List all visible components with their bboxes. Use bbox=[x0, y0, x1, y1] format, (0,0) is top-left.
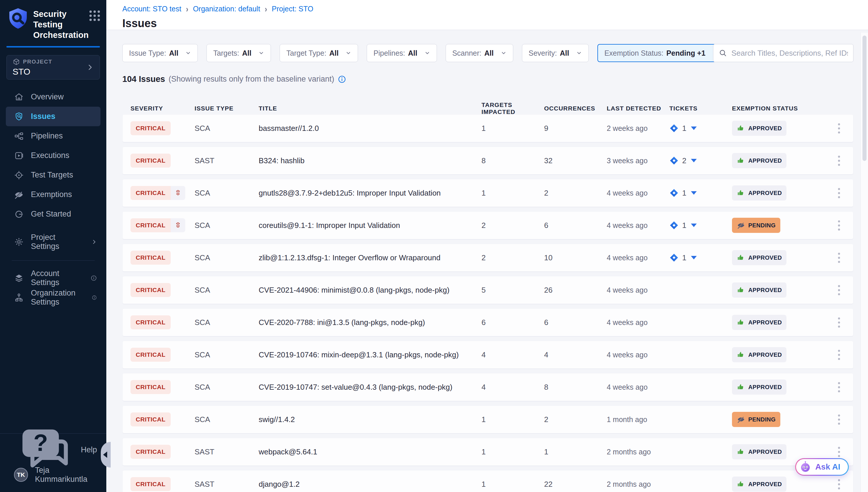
severity-label: CRITICAL bbox=[131, 283, 171, 297]
sidebar-item-organization-settings[interactable]: Organization Settings bbox=[6, 288, 101, 307]
row-menu-button[interactable] bbox=[833, 184, 845, 202]
breadcrumb-account-link[interactable]: Account: STO test bbox=[122, 5, 181, 13]
scrollbar-thumb[interactable] bbox=[863, 35, 867, 161]
eye-off-icon bbox=[14, 190, 24, 200]
ticket-caret-icon[interactable] bbox=[691, 256, 697, 260]
occurrences: 8 bbox=[544, 383, 607, 392]
sidebar-item-get-started[interactable]: Get Started bbox=[6, 204, 101, 224]
table-row[interactable]: CRITICAL SCA CVE-2020-7788: ini@1.3.5 (l… bbox=[122, 309, 853, 336]
exemption-status-label: APPROVED bbox=[748, 481, 782, 488]
ask-ai-button[interactable]: Ask AI bbox=[795, 458, 849, 476]
severity-label: CRITICAL bbox=[131, 121, 171, 135]
table-row[interactable]: CRITICAL SCA CVE-2021-44906: minimist@0.… bbox=[122, 276, 853, 304]
row-menu-button[interactable] bbox=[833, 119, 845, 138]
severity-badge: CRITICAL bbox=[131, 283, 171, 297]
issue-title[interactable]: CVE-2019-10746: mixin-deep@1.3.1 (lang-p… bbox=[259, 350, 481, 360]
exemption-status-badge: APPROVED bbox=[732, 153, 786, 168]
table-row[interactable]: CRITICAL SCA bassmaster//1.2.0 1 9 2 wee… bbox=[122, 114, 853, 142]
col-title: TITLE bbox=[259, 105, 481, 112]
row-menu-button[interactable] bbox=[833, 346, 845, 364]
filter-target-type[interactable]: Target Type: All bbox=[280, 44, 358, 62]
filter-exemption-status[interactable]: Exemption Status: Pending +1 bbox=[598, 44, 725, 62]
col-tickets: TICKETS bbox=[669, 105, 732, 112]
table-row[interactable]: CRITICAL SCA gnutls28@3.7.9-2+deb12u5: I… bbox=[122, 179, 853, 207]
exemption-status-badge: APPROVED bbox=[732, 250, 786, 265]
issues-count-note: (Showing results only from the baseline … bbox=[169, 75, 334, 84]
issue-type: SCA bbox=[194, 415, 259, 424]
issue-title[interactable]: coreutils@9.1-1: Improper Input Validati… bbox=[259, 221, 481, 230]
occurrences: 9 bbox=[544, 124, 607, 133]
search-input[interactable] bbox=[731, 49, 848, 58]
filter-targets[interactable]: Targets: All bbox=[207, 44, 271, 62]
table-row[interactable]: CRITICAL SCA coreutils@9.1-1: Improper I… bbox=[122, 211, 853, 239]
sidebar-item-executions[interactable]: Executions bbox=[6, 146, 101, 165]
scrollbar-track[interactable] bbox=[861, 33, 868, 492]
table-row[interactable]: CRITICAL SCA zlib@1:1.2.13.dfsg-1: Integ… bbox=[122, 244, 853, 272]
thumbs-up-icon bbox=[737, 124, 745, 132]
sidebar-item-overview[interactable]: Overview bbox=[6, 87, 101, 107]
targets-impacted: 4 bbox=[481, 383, 544, 392]
row-menu-button[interactable] bbox=[833, 249, 845, 267]
severity-label: CRITICAL bbox=[131, 315, 171, 329]
filter-severity[interactable]: Severity: All bbox=[522, 44, 589, 62]
table-row[interactable]: CRITICAL SCA CVE-2019-10746: mixin-deep@… bbox=[122, 341, 853, 369]
shield-search-icon bbox=[14, 112, 24, 122]
page-title: Issues bbox=[122, 17, 868, 30]
sidebar-item-pipelines[interactable]: Pipelines bbox=[6, 126, 101, 146]
issue-title[interactable]: gnutls28@3.7.9-2+deb12u5: Improper Input… bbox=[259, 189, 481, 198]
row-menu-button[interactable] bbox=[833, 152, 845, 170]
row-menu-button[interactable] bbox=[833, 410, 845, 429]
row-menu-button[interactable] bbox=[833, 378, 845, 396]
last-detected: 2 months ago bbox=[607, 448, 669, 456]
issues-content: Issue Type: All Targets: All Target Type… bbox=[106, 30, 868, 492]
sidebar-item-account-settings[interactable]: Account Settings bbox=[6, 268, 101, 288]
exemption-status-label: APPROVED bbox=[748, 125, 782, 132]
project-selector[interactable]: PROJECT STO bbox=[6, 55, 100, 79]
issue-title[interactable]: zlib@1:1.2.13.dfsg-1: Integer Overflow o… bbox=[259, 253, 481, 262]
help-button[interactable]: ? Help bbox=[6, 440, 101, 460]
last-detected: 3 weeks ago bbox=[607, 156, 669, 165]
breadcrumb-project-link[interactable]: Project: STO bbox=[272, 5, 313, 13]
row-menu-button[interactable] bbox=[833, 281, 845, 299]
issue-title[interactable]: bassmaster//1.2.0 bbox=[259, 124, 481, 133]
user-menu[interactable]: TK Teja Kummarikuntla bbox=[6, 465, 101, 485]
sidebar-item-test-targets[interactable]: Test Targets bbox=[6, 165, 101, 185]
ticket-caret-icon[interactable] bbox=[691, 191, 697, 195]
row-menu-button[interactable] bbox=[833, 216, 845, 235]
ticket-caret-icon[interactable] bbox=[691, 126, 697, 130]
filter-pipelines[interactable]: Pipelines: All bbox=[367, 44, 437, 62]
sidebar-item-issues[interactable]: Issues bbox=[6, 107, 101, 126]
issue-type: SAST bbox=[194, 480, 259, 489]
sidebar-item-exemptions[interactable]: Exemptions bbox=[6, 185, 101, 204]
row-menu-button[interactable] bbox=[833, 313, 845, 332]
table-row[interactable]: CRITICAL SAST B324: hashlib 8 32 3 weeks… bbox=[122, 147, 853, 175]
issue-title[interactable]: swig//1.4.2 bbox=[259, 415, 481, 424]
table-row[interactable]: CRITICAL SAST webpack@5.64.1 1 1 2 month… bbox=[122, 438, 853, 466]
issue-title[interactable]: CVE-2020-7788: ini@1.3.5 (lang-pkgs, nod… bbox=[259, 318, 481, 327]
issue-title[interactable]: B324: hashlib bbox=[259, 156, 481, 165]
issue-title[interactable]: webpack@5.64.1 bbox=[259, 447, 481, 457]
exemption-status-badge: APPROVED bbox=[732, 186, 786, 200]
filter-issue-type[interactable]: Issue Type: All bbox=[122, 44, 198, 62]
ticket-caret-icon[interactable] bbox=[691, 159, 697, 162]
breadcrumb-organization-link[interactable]: Organization: default bbox=[193, 5, 260, 13]
issue-title[interactable]: CVE-2019-10747: set-value@0.4.3 (lang-pk… bbox=[259, 383, 481, 392]
info-icon[interactable] bbox=[338, 75, 346, 83]
sidebar-item-project-settings[interactable]: Project Settings bbox=[6, 232, 101, 251]
issue-title[interactable]: django@1.2 bbox=[259, 480, 481, 489]
filter-scanner[interactable]: Scanner: All bbox=[446, 44, 513, 62]
exemption-status-label: PENDING bbox=[748, 222, 776, 229]
table-row[interactable]: CRITICAL SAST django@1.2 1 22 2 months a… bbox=[122, 470, 853, 492]
ticket-caret-icon[interactable] bbox=[691, 224, 697, 227]
sidebar-item-label: Organization Settings bbox=[31, 289, 78, 306]
ticket-count: 1 bbox=[682, 253, 686, 262]
sidebar-divider bbox=[12, 260, 95, 261]
table-row[interactable]: CRITICAL SCA CVE-2019-10747: set-value@0… bbox=[122, 373, 853, 401]
breadcrumb-separator: › bbox=[265, 4, 267, 14]
row-menu-button[interactable] bbox=[833, 475, 845, 492]
app-switcher-icon[interactable] bbox=[89, 10, 100, 21]
table-row[interactable]: CRITICAL SCA swig//1.4.2 1 2 1 month ago… bbox=[122, 405, 853, 434]
issue-type: SCA bbox=[194, 286, 259, 295]
sidebar-nav: Overview Issues Pipelines bbox=[0, 87, 106, 224]
issue-title[interactable]: CVE-2021-44906: minimist@0.0.8 (lang-pkg… bbox=[259, 286, 481, 295]
